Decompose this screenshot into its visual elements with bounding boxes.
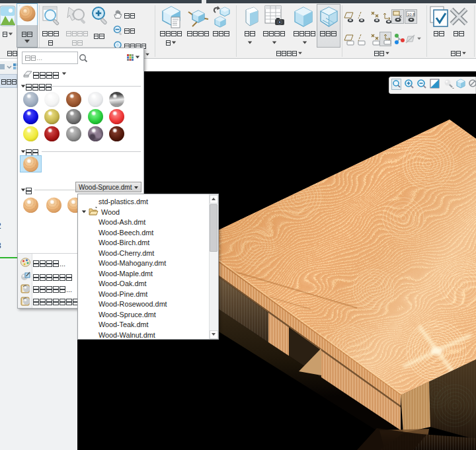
svg-text:10.8: 10.8 — [407, 13, 415, 17]
